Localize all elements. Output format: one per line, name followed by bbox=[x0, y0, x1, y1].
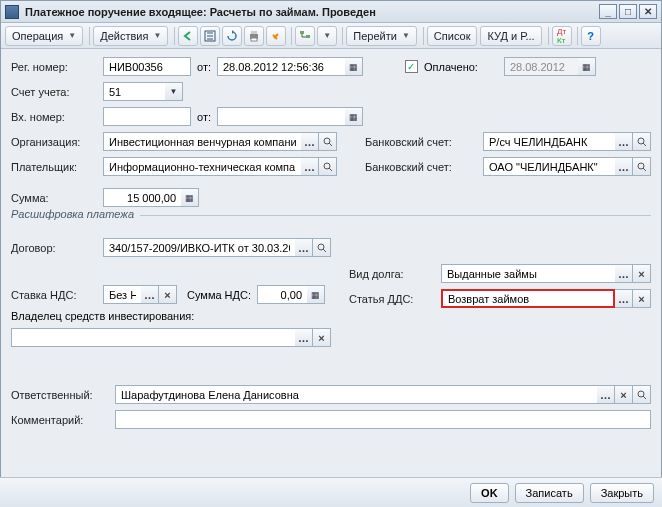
chevron-down-icon: ▼ bbox=[68, 31, 76, 40]
paid-checkbox[interactable]: ✓ bbox=[405, 60, 418, 73]
clear-button[interactable]: × bbox=[633, 264, 651, 283]
nav-back-icon[interactable] bbox=[178, 26, 198, 46]
attach-icon[interactable] bbox=[266, 26, 286, 46]
payer-group: … bbox=[103, 157, 337, 176]
vatrate-group: … × bbox=[103, 285, 177, 304]
select-button[interactable]: … bbox=[615, 157, 633, 176]
maximize-button[interactable]: □ bbox=[619, 4, 637, 19]
operation-menu[interactable]: Операция▼ bbox=[5, 26, 83, 46]
regdate-input[interactable] bbox=[217, 57, 345, 76]
lookup-icon[interactable] bbox=[313, 238, 331, 257]
dds-input[interactable] bbox=[441, 289, 615, 308]
operation-label: Операция bbox=[12, 30, 63, 42]
save-button[interactable]: Записать bbox=[515, 483, 584, 503]
help-icon[interactable]: ? bbox=[581, 26, 601, 46]
sum-input[interactable] bbox=[103, 188, 181, 207]
paiddate-input[interactable] bbox=[504, 57, 578, 76]
resp-input[interactable] bbox=[115, 385, 597, 404]
svg-rect-5 bbox=[306, 35, 310, 38]
close-window-button[interactable]: ✕ bbox=[639, 4, 657, 19]
paid-label: Оплачено: bbox=[424, 61, 478, 73]
sum-group: ▦ bbox=[103, 188, 199, 207]
select-button[interactable]: … bbox=[615, 264, 633, 283]
lookup-icon[interactable] bbox=[319, 157, 337, 176]
select-button[interactable]: … bbox=[301, 157, 319, 176]
regno-label: Рег. номер: bbox=[11, 61, 97, 73]
kudir-button[interactable]: КУД и Р... bbox=[480, 26, 541, 46]
select-button[interactable]: … bbox=[141, 285, 159, 304]
row-dds: Статья ДДС: … × bbox=[349, 289, 651, 308]
clear-button[interactable]: × bbox=[159, 285, 177, 304]
chevron-down-icon: ▼ bbox=[153, 31, 161, 40]
save-label: Записать bbox=[526, 487, 573, 499]
select-button[interactable]: … bbox=[295, 238, 313, 257]
lookup-icon[interactable] bbox=[633, 157, 651, 176]
calc-icon[interactable]: ▦ bbox=[181, 188, 199, 207]
owner-input[interactable] bbox=[11, 328, 295, 347]
decode-group: Расшифровка платежа bbox=[11, 215, 651, 216]
print-icon[interactable] bbox=[244, 26, 264, 46]
actions-label: Действия bbox=[100, 30, 148, 42]
row-contract: Договор: … bbox=[11, 238, 331, 257]
close-button[interactable]: Закрыть bbox=[590, 483, 654, 503]
debt-input[interactable] bbox=[441, 264, 615, 283]
calendar-icon[interactable]: ▦ bbox=[345, 107, 363, 126]
lookup-icon[interactable] bbox=[633, 132, 651, 151]
tree-icon[interactable] bbox=[295, 26, 315, 46]
row-vat: Ставка НДС: … × Сумма НДС: ▦ bbox=[11, 285, 331, 304]
account-input[interactable] bbox=[103, 82, 165, 101]
svg-rect-4 bbox=[300, 31, 304, 34]
account-group: ▼ bbox=[103, 82, 183, 101]
org-label: Организация: bbox=[11, 136, 97, 148]
detail-section: Договор: … Ставка НДС: … × Сумма НДС: bbox=[11, 238, 651, 353]
goto-menu[interactable]: Перейти▼ bbox=[346, 26, 417, 46]
close-label: Закрыть bbox=[601, 487, 643, 499]
vatsum-input[interactable] bbox=[257, 285, 307, 304]
calc-icon[interactable]: ▦ bbox=[307, 285, 325, 304]
select-button[interactable]: … bbox=[295, 328, 313, 347]
payer-input[interactable] bbox=[103, 157, 301, 176]
select-button[interactable]: … bbox=[301, 132, 319, 151]
row-debt: Вид долга: … × bbox=[349, 264, 651, 283]
refresh-icon[interactable] bbox=[222, 26, 242, 46]
calendar-icon[interactable]: ▦ bbox=[345, 57, 363, 76]
tree-dd-icon[interactable]: ▼ bbox=[317, 26, 337, 46]
debt-group: … × bbox=[441, 264, 651, 283]
select-button[interactable]: … bbox=[615, 132, 633, 151]
clear-button[interactable]: × bbox=[615, 385, 633, 404]
calendar-icon[interactable]: ▦ bbox=[578, 57, 596, 76]
ok-button[interactable]: OK bbox=[470, 483, 509, 503]
dds-group: … × bbox=[441, 289, 651, 308]
select-button[interactable]: … bbox=[597, 385, 615, 404]
select-button[interactable]: … bbox=[615, 289, 633, 308]
bank2-input[interactable] bbox=[483, 157, 615, 176]
dds-label: Статья ДДС: bbox=[349, 293, 435, 305]
dtkt-icon[interactable]: ДтКт bbox=[552, 26, 572, 46]
indate-input[interactable] bbox=[217, 107, 345, 126]
vatsum-group: ▦ bbox=[257, 285, 325, 304]
regno-input[interactable] bbox=[103, 57, 191, 76]
recalc-icon[interactable] bbox=[200, 26, 220, 46]
sum-label: Сумма: bbox=[11, 192, 97, 204]
row-account: Счет учета: ▼ bbox=[11, 82, 651, 101]
vatrate-input[interactable] bbox=[103, 285, 141, 304]
clear-button[interactable]: × bbox=[313, 328, 331, 347]
clear-button[interactable]: × bbox=[633, 289, 651, 308]
account-dropdown-icon[interactable]: ▼ bbox=[165, 82, 183, 101]
row-owner: … × bbox=[11, 328, 331, 347]
inno-input[interactable] bbox=[103, 107, 191, 126]
contract-input[interactable] bbox=[103, 238, 295, 257]
actions-menu[interactable]: Действия▼ bbox=[93, 26, 168, 46]
minimize-button[interactable]: _ bbox=[599, 4, 617, 19]
bank1-input[interactable] bbox=[483, 132, 615, 151]
lookup-icon[interactable] bbox=[633, 385, 651, 404]
list-button[interactable]: Список bbox=[427, 26, 478, 46]
lookup-icon[interactable] bbox=[319, 132, 337, 151]
app-icon bbox=[5, 5, 19, 19]
svg-rect-3 bbox=[251, 38, 257, 41]
comment-input[interactable] bbox=[115, 410, 651, 429]
chevron-down-icon: ▼ bbox=[402, 31, 410, 40]
row-regno: Рег. номер: от: ▦ ✓ Оплачено: ▦ bbox=[11, 57, 651, 76]
vatsum-label: Сумма НДС: bbox=[187, 289, 251, 301]
org-input[interactable] bbox=[103, 132, 301, 151]
